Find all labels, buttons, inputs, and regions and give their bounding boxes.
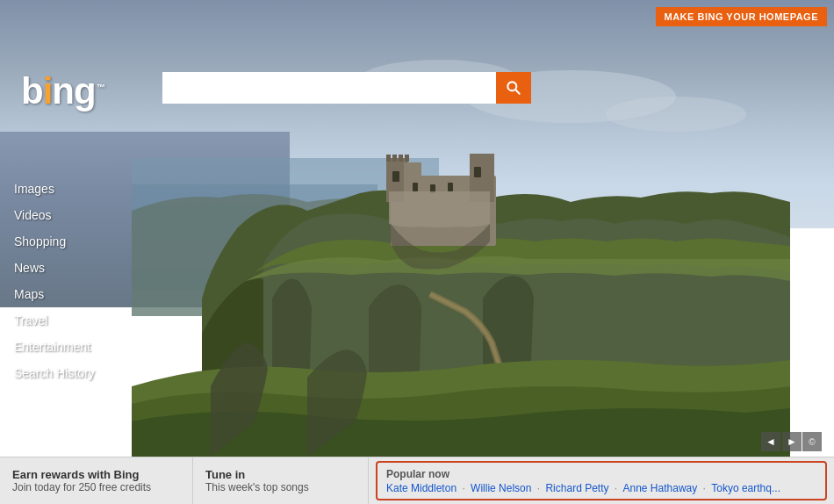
- search-icon: [505, 79, 522, 97]
- svg-line-19: [515, 90, 520, 94]
- bing-trademark: ™: [97, 83, 104, 92]
- nav-item-videos[interactable]: Videos: [0, 202, 130, 228]
- svg-rect-12: [405, 155, 409, 162]
- popular-item-4[interactable]: Tokyo earthq...: [711, 482, 780, 494]
- nav-menu: Images Videos Shopping News Maps Travel …: [0, 176, 130, 386]
- copyright-icon: ©: [802, 432, 822, 451]
- bing-logo-area: bing™: [21, 70, 104, 112]
- image-nav-controls: ◄ ► ©: [760, 432, 822, 451]
- popular-item-2[interactable]: Richard Petty: [545, 482, 608, 494]
- popular-section: Popular now Kate Middleton · Willie Nels…: [376, 461, 827, 500]
- svg-rect-9: [386, 155, 391, 162]
- nav-item-entertainment[interactable]: Entertainment: [0, 334, 130, 360]
- nav-item-news[interactable]: News: [0, 255, 130, 281]
- rewards-subtitle: Join today for 250 free credits: [12, 481, 180, 493]
- svg-rect-14: [474, 167, 481, 177]
- castle-image: [132, 53, 790, 457]
- popular-items[interactable]: Kate Middleton · Willie Nelson · Richard…: [386, 482, 816, 494]
- bing-logo: bing™: [21, 70, 104, 112]
- nav-item-maps[interactable]: Maps: [0, 281, 130, 307]
- tune-in-title: Tune in: [205, 468, 356, 481]
- rewards-section: Earn rewards with Bing Join today for 25…: [0, 457, 193, 504]
- tune-in-subtitle: This week's top songs: [205, 481, 356, 493]
- svg-rect-11: [399, 155, 403, 162]
- make-homepage-banner[interactable]: MAKE BING YOUR HOMEPAGE: [656, 7, 828, 26]
- nav-item-shopping[interactable]: Shopping: [0, 228, 130, 255]
- svg-rect-17: [448, 183, 453, 191]
- nav-item-travel[interactable]: Travel: [0, 307, 130, 334]
- prev-image-button[interactable]: ◄: [761, 432, 780, 451]
- search-button[interactable]: [496, 72, 531, 104]
- popular-item-3[interactable]: Anne Hathaway: [623, 482, 698, 494]
- popular-label: Popular now: [386, 468, 816, 480]
- svg-rect-15: [413, 183, 418, 191]
- bottom-bar: Earn rewards with Bing Join today for 25…: [0, 457, 834, 504]
- popular-item-0[interactable]: Kate Middleton: [386, 482, 457, 494]
- tune-in-section: Tune in This week's top songs: [193, 457, 369, 504]
- svg-rect-10: [392, 155, 397, 162]
- popular-item-1[interactable]: Willie Nelson: [471, 482, 531, 494]
- nav-item-images[interactable]: Images: [0, 176, 130, 202]
- svg-point-1: [606, 97, 746, 132]
- search-input[interactable]: [162, 72, 496, 104]
- nav-item-search-history[interactable]: Search History: [0, 360, 130, 386]
- rewards-title: Earn rewards with Bing: [12, 468, 180, 481]
- next-image-button[interactable]: ►: [782, 432, 802, 451]
- svg-rect-13: [392, 171, 399, 182]
- search-box-container: [162, 72, 531, 104]
